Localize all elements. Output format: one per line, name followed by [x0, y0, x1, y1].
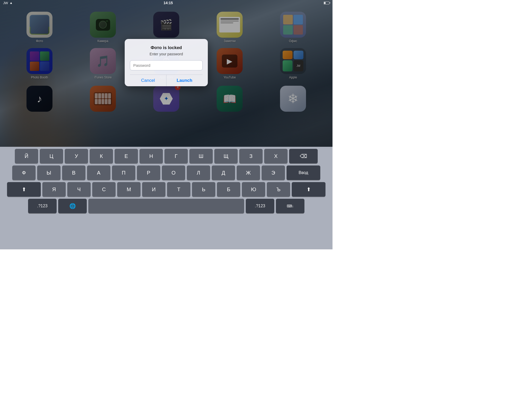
- dialog-subtitle: Enter your password: [130, 52, 203, 56]
- launch-button[interactable]: Launch: [167, 75, 203, 86]
- key-в[interactable]: В: [62, 165, 85, 180]
- keyboard: Й Ц У К Е Н Г Ш Щ З Х ⌫ Ф Ы В А П Р О Л …: [0, 147, 332, 249]
- key-а[interactable]: А: [87, 165, 110, 180]
- wifi-icon: ▲: [10, 1, 13, 5]
- keyboard-row-2: Ф Ы В А П Р О Л Д Ж Э Ввод: [2, 165, 331, 180]
- key-shift-right[interactable]: ⬆: [292, 182, 325, 197]
- key-м[interactable]: М: [117, 182, 141, 197]
- key-е[interactable]: Е: [115, 149, 138, 163]
- key-и[interactable]: И: [142, 182, 165, 197]
- key-н[interactable]: Н: [139, 149, 163, 163]
- key-щ[interactable]: Щ: [214, 149, 238, 163]
- key-ж[interactable]: Ж: [237, 165, 260, 180]
- key-я[interactable]: Я: [42, 182, 66, 197]
- status-time: 14:15: [163, 1, 173, 5]
- carrier-label: JW: [3, 1, 8, 5]
- keyboard-row-3: ⬆ Я Ч С М И Т Ь Б Ю Ъ ⬆: [2, 182, 331, 197]
- cancel-button[interactable]: Cancel: [130, 75, 167, 86]
- key-numbers-right[interactable]: .?123: [246, 199, 274, 213]
- key-ю[interactable]: Ю: [242, 182, 265, 197]
- key-ч[interactable]: Ч: [67, 182, 91, 197]
- key-ф[interactable]: Ф: [12, 165, 36, 180]
- key-backspace[interactable]: ⌫: [289, 149, 318, 163]
- key-space[interactable]: [88, 199, 244, 213]
- key-з[interactable]: З: [239, 149, 263, 163]
- key-у[interactable]: У: [65, 149, 88, 163]
- password-dialog: Фото is locked Enter your password Cance…: [125, 39, 208, 86]
- key-д[interactable]: Д: [212, 165, 235, 180]
- key-б[interactable]: Б: [217, 182, 240, 197]
- keyboard-row-4: .?123 🌐 .?123 ⌨↓: [2, 199, 331, 213]
- dialog-buttons: Cancel Launch: [130, 75, 203, 86]
- key-shift-left[interactable]: ⬆: [7, 182, 41, 197]
- password-input[interactable]: [130, 60, 203, 70]
- key-о[interactable]: О: [162, 165, 185, 180]
- battery-fill: [324, 2, 325, 4]
- key-ш[interactable]: Ш: [189, 149, 213, 163]
- key-г[interactable]: Г: [164, 149, 188, 163]
- key-ь[interactable]: Ь: [192, 182, 215, 197]
- status-bar: JW ▲ 14:15: [0, 0, 332, 6]
- key-enter[interactable]: Ввод: [287, 165, 320, 180]
- keyboard-row-1: Й Ц У К Е Н Г Ш Щ З Х ⌫: [2, 149, 331, 163]
- key-т[interactable]: Т: [167, 182, 190, 197]
- status-left: JW ▲: [3, 1, 13, 5]
- key-numbers-left[interactable]: .?123: [28, 199, 57, 213]
- key-р[interactable]: Р: [137, 165, 160, 180]
- key-ы[interactable]: Ы: [37, 165, 61, 180]
- key-к[interactable]: К: [90, 149, 113, 163]
- battery-icon: [324, 2, 329, 4]
- key-э[interactable]: Э: [262, 165, 285, 180]
- key-ц[interactable]: Ц: [40, 149, 63, 163]
- key-п[interactable]: П: [112, 165, 135, 180]
- key-globe[interactable]: 🌐: [58, 199, 87, 213]
- status-right: [324, 2, 329, 4]
- key-х[interactable]: Х: [264, 149, 288, 163]
- key-й[interactable]: Й: [15, 149, 38, 163]
- key-л[interactable]: Л: [187, 165, 210, 180]
- key-ъ[interactable]: Ъ: [267, 182, 290, 197]
- dialog-title: Фото is locked: [130, 45, 203, 50]
- key-с[interactable]: С: [92, 182, 116, 197]
- key-hide-keyboard[interactable]: ⌨↓: [276, 199, 304, 213]
